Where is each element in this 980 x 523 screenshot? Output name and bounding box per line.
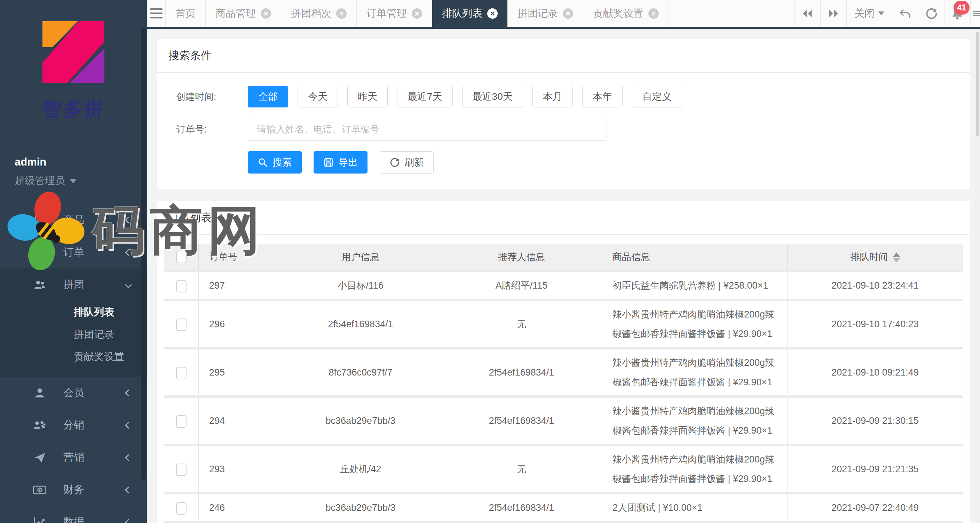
- tabs-scroll-right-button[interactable]: [820, 0, 846, 27]
- page-scrollbar-thumb[interactable]: [976, 32, 979, 136]
- tab-2[interactable]: 拼团档次×: [281, 0, 357, 27]
- row-select-cell: [164, 271, 199, 300]
- referrer-info-cell: 无: [441, 300, 602, 349]
- tab-5[interactable]: 拼团记录×: [508, 0, 583, 27]
- sidebar-item-label: 数据: [63, 515, 84, 523]
- sidebar-subitem-2-2[interactable]: 贡献奖设置: [0, 345, 147, 368]
- search-button[interactable]: 搜索: [248, 151, 302, 174]
- sidebar-item-0[interactable]: 商品: [0, 204, 147, 236]
- time-filter-0[interactable]: 全部: [248, 86, 288, 108]
- user-role-dropdown[interactable]: 超级管理员: [14, 174, 147, 188]
- table-row-3: 294bc36ab29e7bb/32f54ef169834/1辣小酱贵州特产鸡肉…: [164, 397, 963, 445]
- sort-icon[interactable]: [893, 252, 900, 263]
- refresh-page-button[interactable]: [918, 0, 944, 27]
- data-icon: [32, 516, 47, 523]
- tab-3[interactable]: 订单管理×: [357, 0, 432, 27]
- time-filter-4[interactable]: 最近30天: [462, 86, 523, 108]
- sidebar-group-2: 拼团排队列表拼团记录贡献奖设置: [0, 268, 147, 377]
- sidebar-item-label: 拼团: [63, 277, 84, 292]
- sidebar-subitem-2-0[interactable]: 排队列表: [0, 301, 147, 323]
- row-checkbox[interactable]: [176, 280, 186, 292]
- chevron-down-icon: [878, 11, 884, 15]
- row-select-cell: [164, 445, 199, 493]
- time-filter-2[interactable]: 昨天: [347, 86, 388, 108]
- sidebar-scrollbar[interactable]: [141, 28, 146, 480]
- close-tab-icon[interactable]: ×: [648, 8, 659, 19]
- sidebar-item-2[interactable]: 拼团: [0, 268, 147, 301]
- sidebar-subitem-2-1[interactable]: 拼团记录: [0, 323, 147, 345]
- page-scrollbar[interactable]: [975, 31, 980, 523]
- product-info-cell: 初臣氏益生菌驼乳营养粉 | ¥258.00×1: [602, 271, 788, 300]
- close-tab-icon[interactable]: ×: [487, 8, 498, 19]
- queue-time-cell: 2021-09-09 21:30:15: [788, 397, 963, 445]
- tab-actions: 关闭 41: [794, 0, 980, 27]
- row-checkbox[interactable]: [176, 415, 186, 428]
- double-chevron-right-icon: [827, 8, 839, 19]
- order-no-cell: 295: [199, 349, 280, 397]
- finance-icon: [32, 484, 47, 496]
- member-icon: [32, 387, 47, 399]
- tab-6[interactable]: 贡献奖设置×: [583, 0, 669, 27]
- sidebar-item-7[interactable]: 数据: [0, 506, 147, 523]
- close-tab-icon[interactable]: ×: [336, 8, 347, 19]
- order-table: 订单号用户信息推荐人信息商品信息排队时间 297小目标/116A路绍平/115初…: [164, 244, 963, 523]
- row-checkbox[interactable]: [176, 319, 186, 331]
- sidebar-toggle-button[interactable]: [147, 0, 165, 27]
- order-no-cell: 246: [199, 493, 280, 522]
- user-info-cell: 小目标/116: [280, 271, 441, 300]
- time-filter-6[interactable]: 本年: [582, 86, 623, 108]
- sidebar-item-label: 财务: [63, 483, 84, 497]
- time-filter-1[interactable]: 今天: [298, 86, 338, 108]
- chevron-left-icon: [125, 217, 132, 223]
- tab-label: 排队列表: [442, 6, 482, 21]
- queue-time-cell: 2021-09-10 09:21:49: [788, 349, 963, 397]
- chevron-left-icon: [125, 519, 132, 523]
- queue-time-cell: 2021-09-07 22:40:49: [788, 493, 963, 522]
- column-header-4[interactable]: 排队时间: [788, 244, 963, 271]
- chevron-left-icon: [125, 454, 132, 461]
- sidebar-item-6[interactable]: 财务: [0, 474, 147, 506]
- table-row-2: 2958fc736c0c97f/72f54ef169834/1辣小酱贵州特产鸡肉…: [164, 349, 963, 397]
- order-no-input[interactable]: [248, 118, 607, 141]
- user-info-cell: 2f54ef169834/1: [280, 300, 441, 349]
- time-filter-3[interactable]: 最近7天: [397, 86, 453, 108]
- back-button[interactable]: [892, 0, 918, 27]
- laptop-icon: [32, 214, 47, 227]
- sidebar-item-5[interactable]: 营销: [0, 441, 147, 474]
- tab-4[interactable]: 排队列表×: [432, 0, 508, 27]
- refresh-button[interactable]: 刷新: [380, 151, 434, 174]
- time-filter-7[interactable]: 自定义: [632, 86, 682, 108]
- sidebar-item-3[interactable]: 会员: [0, 377, 147, 409]
- created-time-label: 创建时间:: [176, 90, 248, 103]
- tab-1[interactable]: 商品管理×: [206, 0, 281, 27]
- column-header-1: 用户信息: [280, 244, 441, 271]
- order-no-cell: 296: [199, 300, 280, 349]
- search-card-title: 搜索条件: [169, 48, 958, 63]
- search-icon: [258, 157, 268, 168]
- close-tab-icon[interactable]: ×: [261, 8, 271, 19]
- order-no-cell: 293: [199, 445, 280, 493]
- export-button[interactable]: 导出: [313, 151, 368, 174]
- sidebar-item-4[interactable]: 分销: [0, 409, 147, 441]
- order-table-wrap: 订单号用户信息推荐人信息商品信息排队时间 297小目标/116A路绍平/115初…: [157, 235, 970, 523]
- undo-arrow-icon: [899, 7, 912, 20]
- row-checkbox[interactable]: [176, 367, 186, 379]
- time-filter-5[interactable]: 本月: [533, 86, 573, 108]
- order-card-title: 订单列表: [169, 211, 958, 225]
- row-checkbox[interactable]: [176, 464, 186, 476]
- close-tab-icon[interactable]: ×: [412, 8, 422, 19]
- close-tabs-dropdown[interactable]: 关闭: [846, 0, 892, 27]
- search-card-body: 创建时间: 全部今天昨天最近7天最近30天本月本年自定义 订单号: 搜索: [157, 73, 970, 189]
- order-card-header: 订单列表: [157, 201, 970, 235]
- more-actions-button[interactable]: [970, 0, 980, 27]
- tab-0[interactable]: 首页: [165, 0, 206, 27]
- tabs-scroll-left-button[interactable]: [794, 0, 820, 27]
- row-checkbox[interactable]: [176, 502, 186, 515]
- queue-time-cell: 2021-09-10 23:24:41: [788, 271, 963, 300]
- referrer-info-cell: 2f54ef169834/1: [441, 493, 602, 522]
- close-tab-icon[interactable]: ×: [563, 8, 573, 19]
- select-all-checkbox[interactable]: [176, 251, 186, 263]
- notifications-button[interactable]: 41: [944, 0, 970, 27]
- select-all-cell: [164, 244, 199, 271]
- sidebar-item-1[interactable]: 订单: [0, 236, 147, 268]
